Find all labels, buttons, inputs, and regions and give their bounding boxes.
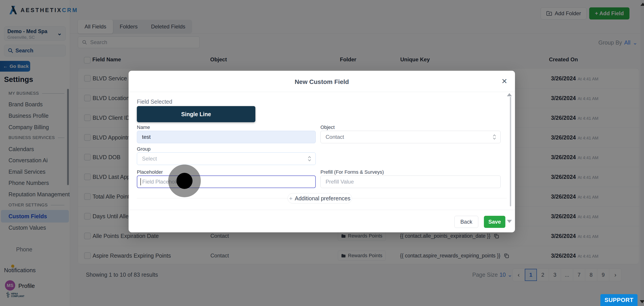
modal-title: New Custom Field <box>128 78 515 86</box>
object-label: Object <box>320 124 335 130</box>
name-field[interactable] <box>137 131 316 143</box>
additional-preferences-label: Additional preferences <box>295 195 350 202</box>
text-caret <box>140 178 141 185</box>
object-select-value: Contact <box>326 134 344 140</box>
modal-scroll-down-arrow[interactable] <box>507 220 512 223</box>
app-root: AESTHETIXCRM Demo - Med Spa Greenville, … <box>0 0 644 306</box>
select-stepper-icon <box>308 155 312 162</box>
additional-preferences-button[interactable]: + Additional preferences <box>288 193 352 203</box>
new-custom-field-modal: New Custom Field ✕ Field Selected Single… <box>128 71 515 232</box>
back-button[interactable]: Back <box>454 216 478 228</box>
save-button[interactable]: Save <box>484 216 505 228</box>
placeholder-label: Placeholder <box>137 169 163 175</box>
select-stepper-icon <box>492 134 496 140</box>
modal-scrollbar-thumb[interactable] <box>510 97 511 206</box>
placeholder-field[interactable] <box>137 175 316 188</box>
object-select[interactable]: Contact <box>320 131 501 143</box>
plus-icon: + <box>289 195 292 202</box>
cursor-indicator <box>168 165 201 197</box>
close-icon[interactable]: ✕ <box>501 77 507 86</box>
prefill-label: Prefill (For Forms & Surveys) <box>320 169 384 175</box>
group-select-placeholder: Select <box>142 156 157 162</box>
group-select[interactable]: Select <box>137 152 316 165</box>
group-label: Group <box>137 146 150 152</box>
modal-footer-divider <box>128 210 515 210</box>
name-label: Name <box>137 124 150 130</box>
modal-scroll-up-arrow[interactable] <box>507 93 512 96</box>
prefill-field[interactable] <box>320 175 501 188</box>
support-button[interactable]: SUPPORT <box>600 294 638 306</box>
field-selected-label: Field Selected <box>137 99 172 105</box>
field-type-single-line[interactable]: Single Line <box>137 106 255 122</box>
cursor-core <box>176 173 192 189</box>
modal-header-divider <box>128 92 515 92</box>
